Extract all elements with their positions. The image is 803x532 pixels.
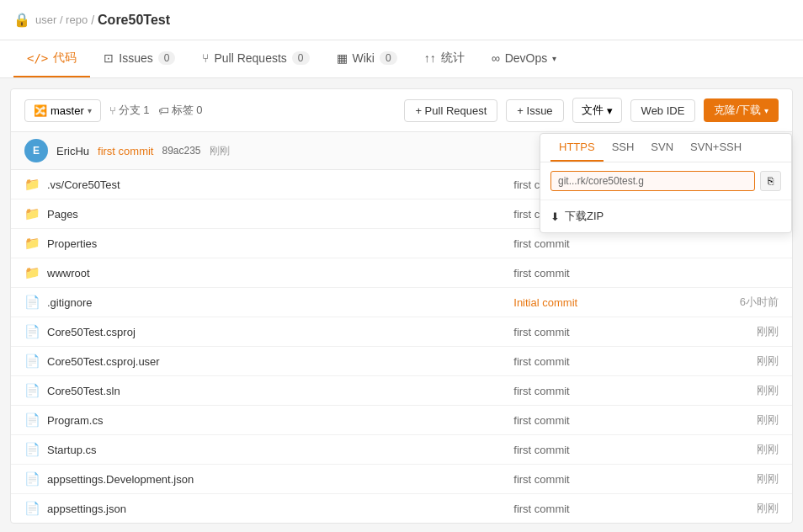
branch-count: ⑂ 分支 1 <box>109 103 150 118</box>
commit-author: EricHu <box>56 145 89 157</box>
pull-request-button[interactable]: + Pull Request <box>404 99 497 122</box>
webide-button[interactable]: Web IDE <box>630 99 696 122</box>
file-icon: 📄 <box>24 501 40 516</box>
commit-message-link[interactable]: first commit <box>98 145 153 157</box>
clone-url-row: ⎘ <box>540 162 791 200</box>
code-icon: </> <box>27 51 48 65</box>
chevron-down-icon: ▾ <box>88 106 92 115</box>
file-icon: 📄 <box>24 295 40 310</box>
pr-icon: ⑂ <box>202 51 209 65</box>
file-commit-msg: first commit <box>513 503 569 515</box>
nav-tabs: </> 代码 ⊡ Issues 0 ⑂ Pull Requests 0 ▦ Wi… <box>0 40 803 78</box>
file-link[interactable]: Program.cs <box>47 414 103 427</box>
repo-name: Core50Test <box>98 13 170 28</box>
issue-button[interactable]: + Issue <box>506 99 563 122</box>
tab-issues[interactable]: ⊡ Issues 0 <box>90 40 189 77</box>
file-time: 刚刚 <box>669 494 792 524</box>
file-commit-msg: first commit <box>513 385 569 397</box>
issues-icon: ⊡ <box>104 51 114 65</box>
top-bar: 🔒 user / repo / Core50Test <box>0 0 803 40</box>
breadcrumb: user / repo <box>35 13 88 26</box>
branch-icon: 🔀 <box>34 104 47 117</box>
file-icon: 📄 <box>24 442 40 457</box>
clone-tab-svn[interactable]: SVN <box>642 134 682 162</box>
tab-stats[interactable]: ↑↑ 统计 <box>411 40 478 77</box>
file-commit-msg: first commit <box>513 444 569 456</box>
file-icon: 📄 <box>24 383 40 398</box>
clone-dropdown: HTTPS SSH SVN SVN+SSH ⎘ ⬇ 下载ZIP <box>540 133 792 233</box>
table-row: 📄 Startup.cs first commit 刚刚 <box>11 435 792 465</box>
file-commit-msg: Initial commit <box>513 296 577 309</box>
clone-tab-ssh[interactable]: SSH <box>604 134 643 162</box>
file-time: 刚刚 <box>669 347 792 376</box>
tab-pullrequests[interactable]: ⑂ Pull Requests 0 <box>189 40 322 77</box>
tab-code[interactable]: </> 代码 <box>13 40 90 77</box>
clone-url-input[interactable] <box>550 171 755 191</box>
file-link[interactable]: Properties <box>47 237 97 250</box>
lock-icon: 🔒 <box>13 12 30 28</box>
folder-icon: 📁 <box>24 206 40 221</box>
file-link[interactable]: appsettings.Development.json <box>47 473 194 486</box>
file-icon: 📄 <box>24 412 40 428</box>
table-row: 📄 appsettings.json first commit 刚刚 <box>11 494 792 524</box>
tab-devops[interactable]: ∞ DevOps ▾ <box>478 40 571 77</box>
file-commit-msg: first commit <box>513 355 569 368</box>
folder-icon: 📁 <box>24 177 40 192</box>
file-link[interactable]: wwwroot <box>47 267 90 279</box>
table-row: 📁 wwwroot first commit <box>11 258 792 288</box>
clone-tab-svnssh[interactable]: SVN+SSH <box>682 134 750 162</box>
chevron-down-icon: ▾ <box>764 106 768 115</box>
file-time: 刚刚 <box>669 435 792 465</box>
clone-tabs: HTTPS SSH SVN SVN+SSH <box>540 134 791 162</box>
file-time: 6小时前 <box>669 288 792 317</box>
file-time: 刚刚 <box>669 406 792 435</box>
clone-tab-https[interactable]: HTTPS <box>550 134 604 162</box>
branch-meta: ⑂ 分支 1 🏷 标签 0 <box>109 103 203 118</box>
clone-download-button[interactable]: 克隆/下载 ▾ <box>704 98 779 122</box>
folder-icon: 📁 <box>24 236 40 251</box>
file-link[interactable]: Core50Test.sln <box>47 385 120 397</box>
issues-badge: 0 <box>158 51 176 65</box>
download-zip-button[interactable]: ⬇ 下载ZIP <box>540 200 791 232</box>
file-link[interactable]: appsettings.json <box>47 503 126 515</box>
branch-selector[interactable]: 🔀 master ▾ <box>24 99 101 122</box>
file-link[interactable]: Core50Test.csproj <box>47 326 136 338</box>
table-row: 📄 appsettings.Development.json first com… <box>11 465 792 494</box>
commit-hash: 89ac235 <box>162 145 200 157</box>
wiki-badge: 0 <box>380 51 397 65</box>
file-link[interactable]: .gitignore <box>47 296 92 309</box>
tab-wiki[interactable]: ▦ Wiki 0 <box>323 40 411 77</box>
file-time <box>669 258 792 288</box>
pr-badge: 0 <box>292 51 310 65</box>
file-icon: 📄 <box>24 354 40 369</box>
copy-url-button[interactable]: ⎘ <box>760 171 781 191</box>
chevron-down-icon: ▾ <box>607 104 613 117</box>
file-commit-msg: first commit <box>513 414 569 427</box>
file-icon: 📄 <box>24 324 40 339</box>
file-commit-msg: first commit <box>513 267 569 279</box>
toolbar: 🔀 master ▾ ⑂ 分支 1 🏷 标签 0 + Pull Request … <box>11 89 792 132</box>
file-link[interactable]: Pages <box>47 208 78 221</box>
main-content: 🔀 master ▾ ⑂ 分支 1 🏷 标签 0 + Pull Request … <box>10 88 793 524</box>
file-commit-msg: first commit <box>513 473 569 486</box>
table-row: 📄 Core50Test.csproj.user first commit 刚刚 <box>11 347 792 376</box>
file-link[interactable]: .vs/Core50Test <box>47 178 120 191</box>
chevron-down-icon: ▾ <box>552 54 556 63</box>
file-commit-msg: first commit <box>513 326 569 338</box>
file-time: 刚刚 <box>669 376 792 406</box>
file-button[interactable]: 文件 ▾ <box>572 98 622 123</box>
avatar: E <box>24 139 48 162</box>
table-row: 📄 Core50Test.csproj first commit 刚刚 <box>11 317 792 347</box>
file-link[interactable]: Startup.cs <box>47 444 97 456</box>
table-row: 📄 Core50Test.sln first commit 刚刚 <box>11 376 792 406</box>
tag-count: 🏷 标签 0 <box>158 103 203 118</box>
file-time: 刚刚 <box>669 465 792 494</box>
file-time: 刚刚 <box>669 317 792 347</box>
folder-icon: 📁 <box>24 265 40 280</box>
devops-icon: ∞ <box>492 51 500 65</box>
wiki-icon: ▦ <box>337 51 348 65</box>
file-icon: 📄 <box>24 471 40 487</box>
table-row: 📄 Program.cs first commit 刚刚 <box>11 406 792 435</box>
file-link[interactable]: Core50Test.csproj.user <box>47 355 160 368</box>
stats-icon: ↑↑ <box>424 51 436 65</box>
